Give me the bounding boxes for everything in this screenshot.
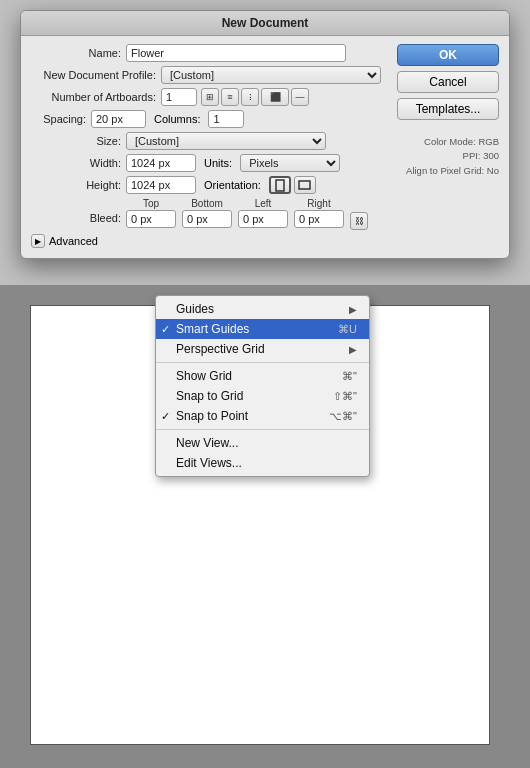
info-color-mode: Color Mode: RGB: [397, 135, 499, 149]
menu-item-label: Snap to Point: [176, 409, 309, 423]
advanced-label: Advanced: [49, 235, 98, 247]
menu-item-smart_guides[interactable]: ✓Smart Guides⌘U: [156, 319, 369, 339]
menu-item-shortcut: ⌘": [342, 370, 357, 383]
info-ppi: PPI: 300: [397, 149, 499, 163]
height-input[interactable]: [126, 176, 196, 194]
checkmark-icon: ✓: [161, 323, 170, 336]
menu-item-shortcut: ⇧⌘": [333, 390, 357, 403]
profile-label: New Document Profile:: [31, 69, 161, 81]
dialog-title: New Document: [222, 16, 309, 30]
size-select[interactable]: [Custom]: [126, 132, 326, 150]
menu-item-snap_to_grid[interactable]: Snap to Grid⇧⌘": [156, 386, 369, 406]
menu-item-shortcut: ⌥⌘": [329, 410, 357, 423]
menu-item-perspective_grid[interactable]: Perspective Grid▶: [156, 339, 369, 359]
units-label: Units:: [204, 157, 232, 169]
menu-item-label: Edit Views...: [176, 456, 357, 470]
bleed-right-input[interactable]: [294, 210, 344, 228]
columns-label: Columns:: [154, 113, 200, 125]
height-label: Height:: [31, 179, 126, 191]
context-menu: Guides▶✓Smart Guides⌘UPerspective Grid▶S…: [155, 295, 370, 477]
bleed-bottom-label: Bottom: [191, 198, 223, 209]
bleed-left-input[interactable]: [238, 210, 288, 228]
orientation-label: Orientation:: [204, 179, 261, 191]
menu-item-guides[interactable]: Guides▶: [156, 299, 369, 319]
menu-item-label: Guides: [176, 302, 349, 316]
width-input[interactable]: [126, 154, 196, 172]
artboards-input[interactable]: [161, 88, 197, 106]
menu-item-new_view[interactable]: New View...: [156, 433, 369, 453]
artboard-layout-buttons: ⊞ ≡ ⫶ ⬛ —: [201, 88, 309, 106]
ok-button[interactable]: OK: [397, 44, 499, 66]
spacing-label: Spacing:: [31, 113, 91, 125]
artboards-row: ⊞ ≡ ⫶ ⬛ —: [161, 88, 309, 106]
bleed-right-label: Right: [307, 198, 330, 209]
dialog-titlebar: New Document: [21, 11, 509, 36]
svg-rect-1: [299, 181, 310, 189]
bleed-left-label: Left: [255, 198, 272, 209]
orientation-group: [269, 176, 316, 194]
info-pixel-grid: Align to Pixel Grid: No: [397, 164, 499, 178]
advanced-toggle[interactable]: ▶: [31, 234, 45, 248]
menu-separator: [156, 429, 369, 430]
menu-item-label: Smart Guides: [176, 322, 318, 336]
menu-item-snap_to_point[interactable]: ✓Snap to Point⌥⌘": [156, 406, 369, 426]
artboards-label: Number of Artboards:: [31, 91, 161, 103]
templates-button[interactable]: Templates...: [397, 98, 499, 120]
menu-separator: [156, 362, 369, 363]
arrange-btn[interactable]: ⬛: [261, 88, 289, 106]
bleed-bottom-input[interactable]: [182, 210, 232, 228]
bleed-label: Bleed:: [31, 198, 126, 224]
menu-item-label: New View...: [176, 436, 357, 450]
row-layout-btn[interactable]: ≡: [221, 88, 239, 106]
size-label: Size:: [31, 135, 126, 147]
menu-item-shortcut: ⌘U: [338, 323, 357, 336]
submenu-arrow-icon: ▶: [349, 344, 357, 355]
bleed-top-input[interactable]: [126, 210, 176, 228]
name-label: Name:: [31, 47, 126, 59]
col-layout-btn[interactable]: ⫶: [241, 88, 259, 106]
spacing-input[interactable]: [91, 110, 146, 128]
menu-item-show_grid[interactable]: Show Grid⌘": [156, 366, 369, 386]
menu-item-edit_views[interactable]: Edit Views...: [156, 453, 369, 473]
link-bleed-btn[interactable]: ⛓: [350, 212, 368, 230]
units-select[interactable]: Pixels: [240, 154, 340, 172]
width-label: Width:: [31, 157, 126, 169]
columns-input[interactable]: [208, 110, 244, 128]
grid-layout-btn[interactable]: ⊞: [201, 88, 219, 106]
svg-rect-0: [276, 180, 284, 191]
bleed-top-label: Top: [143, 198, 159, 209]
document-info: Color Mode: RGB PPI: 300 Align to Pixel …: [397, 135, 499, 178]
cancel-button[interactable]: Cancel: [397, 71, 499, 93]
checkmark-icon: ✓: [161, 410, 170, 423]
order-btn[interactable]: —: [291, 88, 309, 106]
menu-item-label: Show Grid: [176, 369, 322, 383]
portrait-btn[interactable]: [269, 176, 291, 194]
name-input[interactable]: [126, 44, 346, 62]
submenu-arrow-icon: ▶: [349, 304, 357, 315]
landscape-btn[interactable]: [294, 176, 316, 194]
profile-select[interactable]: [Custom]: [161, 66, 381, 84]
new-document-dialog: New Document Name: New Document Profile:…: [20, 10, 510, 259]
menu-item-label: Snap to Grid: [176, 389, 313, 403]
menu-item-label: Perspective Grid: [176, 342, 349, 356]
